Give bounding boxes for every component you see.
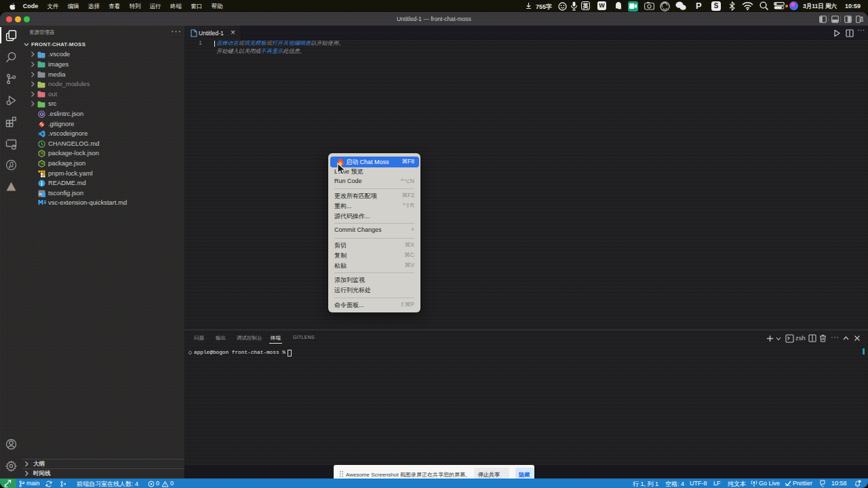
svg-text:ts: ts — [39, 192, 42, 196]
